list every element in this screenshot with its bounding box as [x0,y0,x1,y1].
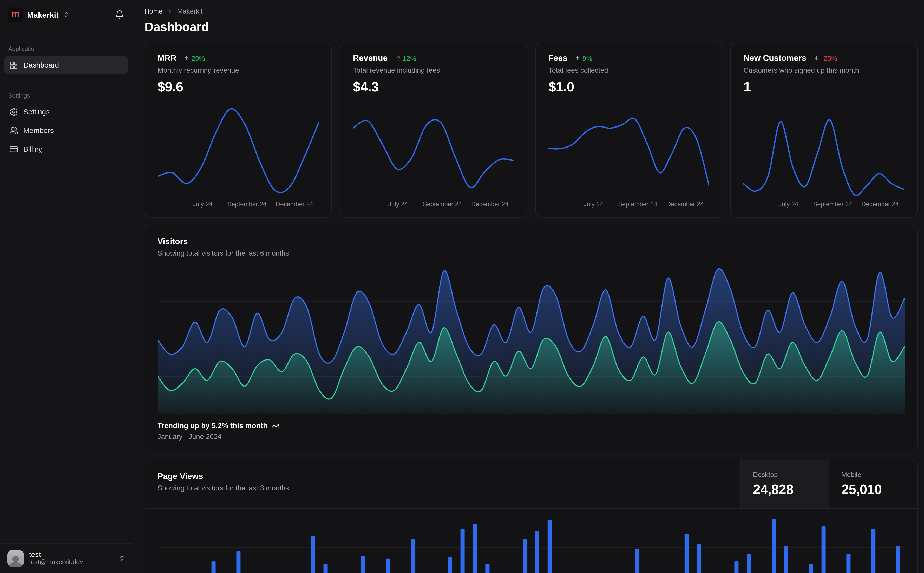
nav-section-label: Settings [4,92,129,99]
toggle-mobile[interactable]: Mobile 25,010 [828,460,917,508]
stat-card-fees: Fees 9% Total fees collected $1.0 July 2… [535,42,722,218]
arrow-down-icon [814,55,820,61]
avatar [7,550,24,567]
stat-description: Monthly recurring revenue [157,66,318,74]
x-axis-labels: July 24 September 24 December 24 [157,200,318,210]
arrow-up-icon [395,55,401,61]
workspace-name: Makerkit [27,10,59,19]
toggle-value: 25,010 [841,482,882,498]
toggle-desktop[interactable]: Desktop 24,828 [740,460,828,508]
arrow-up-icon [575,55,581,61]
user-name: test [29,550,83,559]
x-axis-labels: July 24 September 24 December 24 [353,200,514,210]
sidebar-item-dashboard[interactable]: Dashboard [4,56,129,74]
stat-card-new-customers: New Customers -25% Customers who signed … [731,42,918,218]
visitors-date-range: January - June 2024 [157,433,904,440]
stat-card-revenue: Revenue 12% Total revenue including fees… [340,42,527,218]
chevron-right-icon [166,8,173,14]
visitors-area-chart [157,265,904,414]
new-customers-line-chart [744,100,905,196]
stat-value: $4.3 [353,79,514,95]
user-info: test test@makerkit.dev [29,550,83,567]
sidebar: m Makerkit Application Dashboard Setting… [0,0,133,573]
dashboard-page: m Makerkit Application Dashboard Setting… [0,0,924,573]
visitors-footer: Trending up by 5.2% this month January -… [157,421,904,440]
stat-description: Total revenue including fees [353,66,514,74]
main-content: Home Makerkit Dashboard MRR 20% Monthly … [133,0,924,573]
breadcrumb-current: Makerkit [177,7,202,15]
trend-badge: 9% [575,54,592,62]
user-menu[interactable]: test test@makerkit.dev [0,543,133,573]
stat-value: $9.6 [157,79,318,95]
visitors-card: Visitors Showing total visitors for the … [144,226,917,451]
x-axis-labels: July 24 September 24 December 24 [548,200,709,210]
workspace-switcher[interactable]: m Makerkit [0,0,133,22]
breadcrumb: Home Makerkit [144,7,917,15]
page-views-bar-chart [157,514,904,573]
stat-cards-row: MRR 20% Monthly recurring revenue $9.6 J… [144,42,917,218]
sidebar-item-label: Members [24,126,54,135]
stat-title: Fees [548,53,567,63]
nav-section-label: Application [4,46,129,52]
page-views-card: Page Views Showing total visitors for th… [144,460,917,573]
toggle-value: 24,828 [753,482,793,498]
x-axis-labels: July 24 September 24 December 24 [744,200,905,210]
trend-badge: -25% [814,54,837,62]
sidebar-item-label: Billing [24,145,43,153]
fees-line-chart [548,100,709,196]
sidebar-item-label: Settings [24,108,50,116]
page-views-subtitle: Showing total visitors for the last 3 mo… [157,484,728,492]
sidebar-nav: Application Dashboard Settings Settings [0,22,133,159]
visitors-trend-text: Trending up by 5.2% this month [157,421,267,430]
sidebar-item-billing[interactable]: Billing [4,140,129,158]
stat-description: Customers who signed up this month [744,66,905,74]
toggle-label: Mobile [841,471,861,479]
visitors-subtitle: Showing total visitors for the last 6 mo… [157,249,904,257]
stat-card-mrr: MRR 20% Monthly recurring revenue $9.6 J… [144,42,332,218]
gear-icon [9,107,18,116]
page-views-title: Page Views [157,472,728,481]
trending-up-icon [271,421,279,429]
revenue-line-chart [353,100,514,196]
stat-title: MRR [157,53,176,63]
stat-description: Total fees collected [548,66,709,74]
stat-title: New Customers [744,53,806,63]
stat-value: 1 [744,79,905,95]
stat-title: Revenue [353,53,387,63]
breadcrumb-home-link[interactable]: Home [144,7,162,15]
stat-value: $1.0 [548,79,709,95]
page-title: Dashboard [144,20,917,34]
sidebar-item-members[interactable]: Members [4,122,129,139]
layout-dashboard-icon [9,61,18,69]
bell-icon[interactable] [115,10,124,19]
mrr-line-chart [157,100,318,196]
chevrons-up-down-icon[interactable] [63,11,70,18]
user-email: test@makerkit.dev [29,559,83,567]
users-icon [9,126,18,135]
visitors-title: Visitors [157,237,904,246]
trend-badge: 12% [395,54,416,62]
chevrons-up-down-icon[interactable] [119,555,125,562]
credit-card-icon [9,145,18,153]
toggle-label: Desktop [753,471,778,479]
page-views-header: Page Views Showing total visitors for th… [145,460,917,509]
makerkit-logo: m [8,7,23,22]
arrow-up-icon [184,55,190,61]
trend-badge: 20% [184,54,205,62]
sidebar-item-label: Dashboard [24,61,59,69]
sidebar-item-settings[interactable]: Settings [4,103,129,121]
